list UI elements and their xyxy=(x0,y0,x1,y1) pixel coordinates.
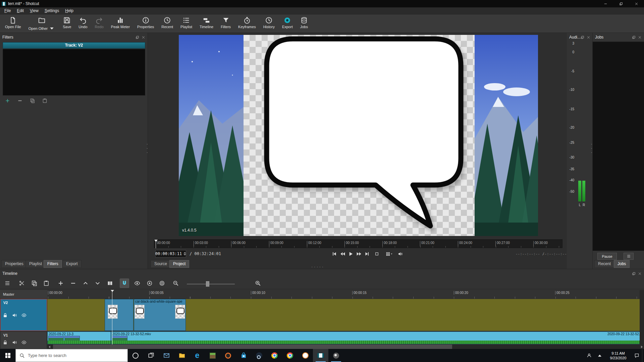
scrollbar-thumb[interactable] xyxy=(53,345,452,349)
lock-icon[interactable] xyxy=(3,340,8,345)
people-button[interactable] xyxy=(584,349,594,362)
timeline-playhead-handle[interactable] xyxy=(111,290,114,292)
store-button[interactable] xyxy=(236,349,251,362)
menu-view[interactable]: View xyxy=(27,7,42,14)
rewind-button[interactable] xyxy=(339,250,346,258)
split-button[interactable] xyxy=(105,279,115,288)
clip-speech-bubble-2[interactable]: car-black-and-white-square-spe xyxy=(134,299,186,331)
zoom-slider-thumb[interactable] xyxy=(206,281,209,287)
jobs-list[interactable] xyxy=(593,42,644,251)
start-button[interactable] xyxy=(0,349,15,362)
paste-button[interactable] xyxy=(42,279,51,288)
history-button[interactable]: History xyxy=(260,14,278,29)
track-header-v1[interactable]: V1 xyxy=(0,331,47,349)
undo-button[interactable]: Undo xyxy=(75,14,91,29)
undock-icon[interactable] xyxy=(632,272,636,276)
jobs-menu-button[interactable] xyxy=(624,253,634,260)
skip-to-end-button[interactable] xyxy=(363,250,371,258)
tab-project[interactable]: Project xyxy=(169,260,189,268)
taskbar-search[interactable] xyxy=(15,349,128,362)
master-track-header[interactable]: Master xyxy=(0,290,47,299)
play-button[interactable] xyxy=(347,250,355,258)
undock-icon[interactable] xyxy=(632,36,636,39)
close-panel-icon[interactable] xyxy=(638,36,642,39)
remove-filter-button[interactable] xyxy=(16,97,23,104)
clip-video-1[interactable]: 2020-09-22 13-3 xyxy=(47,331,111,344)
filters-list[interactable] xyxy=(3,49,145,96)
add-filter-button[interactable] xyxy=(4,97,11,104)
save-button[interactable]: Save xyxy=(59,14,75,29)
horizontal-splitter[interactable] xyxy=(311,264,323,269)
show-hidden-icons-button[interactable] xyxy=(594,349,605,362)
show-desktop-button[interactable] xyxy=(642,349,644,362)
filters-button[interactable]: Filters xyxy=(217,14,234,29)
loop-range-button[interactable] xyxy=(373,250,381,258)
steam-button[interactable] xyxy=(251,349,267,362)
snap-toggle-button[interactable] xyxy=(120,279,129,288)
undock-icon[interactable] xyxy=(581,36,584,39)
tab-jobs[interactable]: Jobs xyxy=(614,260,630,268)
track-header-v2-selected[interactable]: V2 xyxy=(0,299,47,331)
preview-seek-ruler[interactable]: 00:00:00 00:03:00 00:06:00 00:09:00 00:1… xyxy=(154,239,562,248)
ripple-delete-button[interactable] xyxy=(68,279,78,288)
chrome-button-2[interactable] xyxy=(282,349,298,362)
volume-button[interactable] xyxy=(396,250,404,258)
clip-speech-bubble-1[interactable] xyxy=(105,299,133,331)
mail-app-button[interactable] xyxy=(159,349,174,362)
timeline-horizontal-scrollbar[interactable] xyxy=(47,345,644,349)
tab-source[interactable]: Source xyxy=(151,260,171,268)
overwrite-button[interactable] xyxy=(93,279,102,288)
redo-button[interactable]: Redo xyxy=(91,14,107,29)
timeline-button[interactable]: Timeline xyxy=(196,14,217,29)
pause-button[interactable]: Pause xyxy=(597,253,617,260)
undock-icon[interactable] xyxy=(136,36,139,39)
mute-speaker-icon[interactable] xyxy=(12,313,17,318)
restore-button[interactable] xyxy=(613,0,629,7)
properties-button[interactable]: Properties xyxy=(133,14,158,29)
hide-eye-icon[interactable] xyxy=(21,340,26,345)
firefox-button[interactable] xyxy=(298,349,313,362)
lock-icon[interactable] xyxy=(3,313,8,318)
zoom-slider-track[interactable] xyxy=(187,284,235,285)
shotcut-taskbar-button[interactable] xyxy=(313,349,328,362)
position-spinner[interactable] xyxy=(183,252,186,255)
tab-properties[interactable]: Properties xyxy=(1,260,27,268)
timeline-vertical-scrollbar[interactable] xyxy=(640,290,644,345)
scroll-left-arrow[interactable] xyxy=(49,346,50,348)
close-button[interactable] xyxy=(629,0,644,7)
cut-button[interactable] xyxy=(17,279,26,288)
timeline-ruler[interactable]: 00:00:00 00:00:05 00:00:10 00:00:15 00:0… xyxy=(47,290,644,299)
ripple-toggle-button[interactable] xyxy=(145,279,154,288)
keyframes-button[interactable]: Keyframes xyxy=(234,14,260,29)
menu-edit[interactable]: Edit xyxy=(14,7,27,14)
preview-playhead-handle[interactable] xyxy=(154,240,158,242)
pinned-app-button-3[interactable] xyxy=(328,349,344,362)
tab-filters[interactable]: Filters xyxy=(44,260,62,268)
current-position-field[interactable]: 00:00:03:11 xyxy=(155,250,186,257)
close-panel-icon[interactable] xyxy=(638,272,642,276)
close-panel-icon[interactable] xyxy=(142,36,145,39)
fast-forward-button[interactable] xyxy=(355,250,363,258)
cortana-button[interactable] xyxy=(128,349,143,362)
grid-options-button[interactable] xyxy=(384,250,395,258)
menu-settings[interactable]: Settings xyxy=(42,7,62,14)
menu-file[interactable]: File xyxy=(1,7,14,14)
lift-button[interactable] xyxy=(81,279,90,288)
edge-browser-button[interactable]: e xyxy=(190,349,205,362)
timeline-menu-button[interactable] xyxy=(3,279,12,288)
hide-eye-icon[interactable] xyxy=(21,313,26,318)
pinned-app-button-1[interactable] xyxy=(205,349,220,362)
ripple-all-tracks-button[interactable] xyxy=(157,279,167,288)
open-other-button[interactable]: Open Other xyxy=(25,14,59,32)
skip-to-start-button[interactable] xyxy=(330,250,338,258)
paste-filters-button[interactable] xyxy=(41,97,48,104)
copy-button[interactable] xyxy=(30,279,39,288)
menu-help[interactable]: Help xyxy=(62,7,76,14)
tab-export[interactable]: Export xyxy=(62,260,82,268)
jobs-button[interactable]: Jobs xyxy=(297,14,312,29)
zoom-out-button[interactable] xyxy=(171,279,180,288)
playlist-button[interactable]: Playlist xyxy=(177,14,196,29)
panel-splitter[interactable] xyxy=(591,143,593,154)
clip-video-2[interactable]: 2020-09-22 13-32-52.mkv 2020-09-22 13-32… xyxy=(111,331,644,344)
open-file-button[interactable]: Open File xyxy=(1,14,25,29)
